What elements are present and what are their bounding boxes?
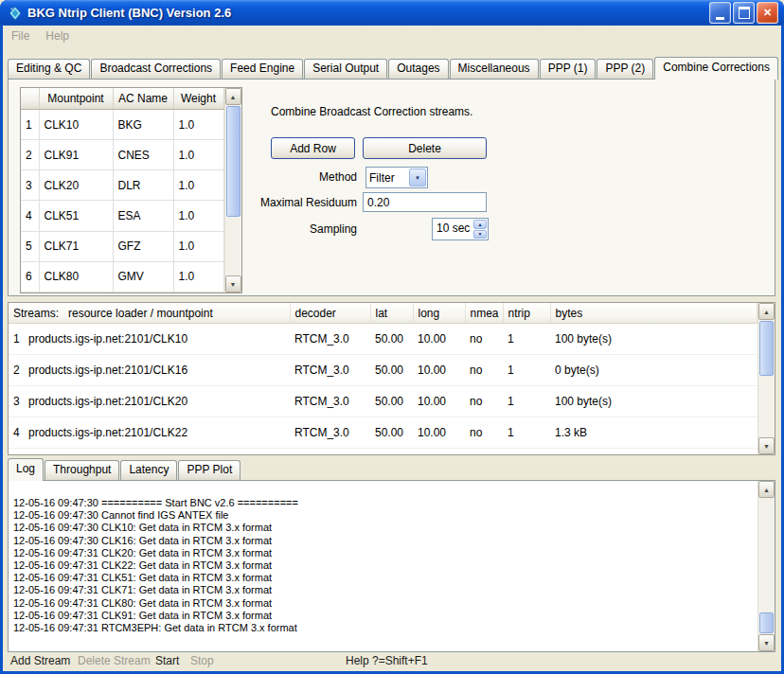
- column-header-nmea[interactable]: nmea: [465, 303, 503, 324]
- column-header-decoder[interactable]: decoder: [290, 303, 370, 324]
- stream-row[interactable]: 5 products.igs-ip.net:2101/CLK51 RTCM_3.…: [9, 449, 757, 455]
- start-button[interactable]: Start: [155, 654, 179, 667]
- maximal-residuum-input[interactable]: [363, 192, 487, 212]
- column-header-streams[interactable]: Streams: resource loader / mountpoint: [9, 303, 290, 324]
- decoder-cell: RTCM_3.0: [290, 386, 370, 417]
- stream-row[interactable]: 1 products.igs-ip.net:2101/CLK10 RTCM_3.…: [9, 324, 757, 355]
- ac-name-cell[interactable]: GFZ: [113, 231, 173, 261]
- tab-editing-and-qc[interactable]: Editing & QC: [8, 59, 90, 79]
- weight-cell[interactable]: 1.0: [173, 261, 223, 292]
- tab-outages[interactable]: Outages: [388, 59, 448, 79]
- ac-name-cell[interactable]: GMV: [113, 261, 173, 292]
- combine-corrections-panel: Mountpoint AC Name Weight 1 CLK10 BKG: [8, 79, 775, 296]
- weight-cell[interactable]: 1.0: [173, 140, 223, 170]
- mountpoint-row[interactable]: 6 CLK80 GMV 1.0: [21, 261, 223, 292]
- stream-row[interactable]: 3 products.igs-ip.net:2101/CLK20 RTCM_3.…: [9, 386, 757, 417]
- weight-cell[interactable]: 1.0: [173, 110, 223, 140]
- delete-stream-button[interactable]: Delete Stream: [78, 654, 151, 667]
- scroll-down-button[interactable]: ▼: [758, 437, 775, 454]
- log-line: 12-05-16 09:47:31 CLK71: Get data in RTC…: [13, 584, 757, 596]
- column-header-lat[interactable]: lat: [370, 303, 413, 324]
- spin-up-button[interactable]: ▲: [473, 220, 487, 229]
- tab-serial-output[interactable]: Serial Output: [304, 59, 387, 79]
- ac-name-cell[interactable]: BKG: [113, 110, 173, 140]
- scrollbar-track[interactable]: [758, 498, 775, 634]
- menu-help[interactable]: Help: [45, 29, 69, 43]
- mountpoint-cell[interactable]: CLK10: [39, 110, 113, 140]
- tab-combine-corrections[interactable]: Combine Corrections: [654, 57, 778, 80]
- nmea-cell: no: [465, 355, 503, 386]
- ac-name-cell[interactable]: ESA: [113, 201, 173, 231]
- lat-cell: 50.00: [370, 324, 413, 355]
- maximize-button[interactable]: [733, 2, 755, 24]
- ac-name-cell[interactable]: CNES: [113, 140, 173, 170]
- column-header-long[interactable]: long: [413, 303, 465, 324]
- method-select[interactable]: Filter ▼: [365, 167, 428, 188]
- column-header-ntrip[interactable]: ntrip: [503, 303, 550, 324]
- bytes-cell: 1.3 kB: [550, 417, 757, 449]
- scrollbar-thumb[interactable]: [759, 321, 774, 376]
- chevron-down-icon[interactable]: ▼: [409, 168, 426, 186]
- ac-name-cell[interactable]: DLR: [113, 170, 173, 201]
- scroll-down-button[interactable]: ▼: [225, 275, 241, 293]
- scroll-up-button[interactable]: ▲: [758, 481, 775, 498]
- tab-feed-engine[interactable]: Feed Engine: [222, 59, 303, 79]
- mountpoint-cell[interactable]: CLK51: [39, 201, 113, 231]
- stream-row[interactable]: 2 products.igs-ip.net:2101/CLK16 RTCM_3.…: [9, 355, 757, 386]
- add-row-button[interactable]: Add Row: [271, 137, 355, 159]
- statusbar: Add Stream Delete Stream Start Stop Help…: [3, 651, 781, 671]
- add-stream-button[interactable]: Add Stream: [10, 654, 70, 667]
- mountpoint-cell[interactable]: CLK71: [39, 231, 113, 261]
- row-number: 5: [9, 449, 24, 455]
- app-window: BKG Ntrip Client (BNC) Version 2.6 ✕ Fil…: [0, 0, 784, 674]
- tab-ppp-2[interactable]: PPP (2): [597, 59, 653, 79]
- maximal-residuum-label: Maximal Residuum: [207, 196, 357, 209]
- tab-ppp-plot[interactable]: PPP Plot: [178, 460, 241, 480]
- mountpoint-cell[interactable]: CLK91: [39, 140, 113, 170]
- nmea-cell: no: [465, 449, 503, 455]
- close-button[interactable]: ✕: [757, 2, 778, 24]
- tab-miscellaneous[interactable]: Miscellaneous: [450, 59, 539, 79]
- tab-log[interactable]: Log: [8, 458, 44, 481]
- stop-button[interactable]: Stop: [190, 654, 214, 667]
- arrow-up-icon: ▲: [230, 94, 237, 100]
- log-panel: 12-05-16 09:47:30 ========== Start BNC v…: [8, 480, 775, 652]
- row-number: 6: [21, 261, 39, 292]
- mountpoint-row[interactable]: 2 CLK91 CNES 1.0: [21, 140, 223, 170]
- mountpoint-cell[interactable]: CLK20: [39, 170, 113, 201]
- column-header-mountpoint[interactable]: Mountpoint: [39, 88, 113, 110]
- row-number: 3: [21, 170, 39, 201]
- scroll-down-button[interactable]: ▼: [758, 634, 775, 651]
- minimize-button[interactable]: [709, 2, 731, 24]
- scrollbar-thumb[interactable]: [759, 612, 774, 633]
- mountpoint-row[interactable]: 5 CLK71 GFZ 1.0: [21, 231, 223, 261]
- mountpoint-row[interactable]: 1 CLK10 BKG 1.0: [21, 110, 223, 140]
- menu-file[interactable]: File: [11, 29, 29, 43]
- spin-down-button[interactable]: ▼: [473, 230, 487, 239]
- tab-latency[interactable]: Latency: [120, 460, 177, 480]
- client-area: File Help Editing & QC Broadcast Correct…: [3, 26, 781, 671]
- long-cell: 10.00: [413, 324, 465, 355]
- column-header-ac-name[interactable]: AC Name: [113, 88, 173, 110]
- mountpoint-cell[interactable]: CLK80: [39, 261, 113, 292]
- window-title: BKG Ntrip Client (BNC) Version 2.6: [27, 6, 709, 20]
- scrollbar-track[interactable]: [225, 105, 241, 275]
- streams-table-body: Streams: resource loader / mountpoint de…: [9, 303, 757, 454]
- delete-button[interactable]: Delete: [363, 137, 487, 159]
- tab-broadcast-corrections[interactable]: Broadcast Corrections: [91, 59, 221, 79]
- column-header-weight[interactable]: Weight: [173, 88, 223, 110]
- scroll-up-button[interactable]: ▲: [225, 88, 241, 105]
- column-header-bytes[interactable]: bytes: [550, 303, 757, 324]
- scroll-up-button[interactable]: ▲: [758, 303, 775, 320]
- stream-row[interactable]: 4 products.igs-ip.net:2101/CLK22 RTCM_3.…: [9, 417, 757, 449]
- sampling-spinbox[interactable]: 10 sec ▲ ▼: [432, 218, 489, 240]
- tab-ppp-1[interactable]: PPP (1): [540, 59, 597, 79]
- tab-throughput[interactable]: Throughput: [45, 460, 119, 480]
- ntrip-cell: 1: [503, 355, 550, 386]
- nmea-cell: no: [465, 417, 503, 449]
- log-line: 12-05-16 09:47:31 CLK22: Get data in RTC…: [13, 559, 757, 572]
- scrollbar-track[interactable]: [758, 320, 775, 437]
- mountpoint-row[interactable]: 3 CLK20 DLR 1.0: [21, 170, 223, 201]
- method-value: Filter: [366, 171, 408, 185]
- mountpoint-row[interactable]: 4 CLK51 ESA 1.0: [21, 201, 223, 231]
